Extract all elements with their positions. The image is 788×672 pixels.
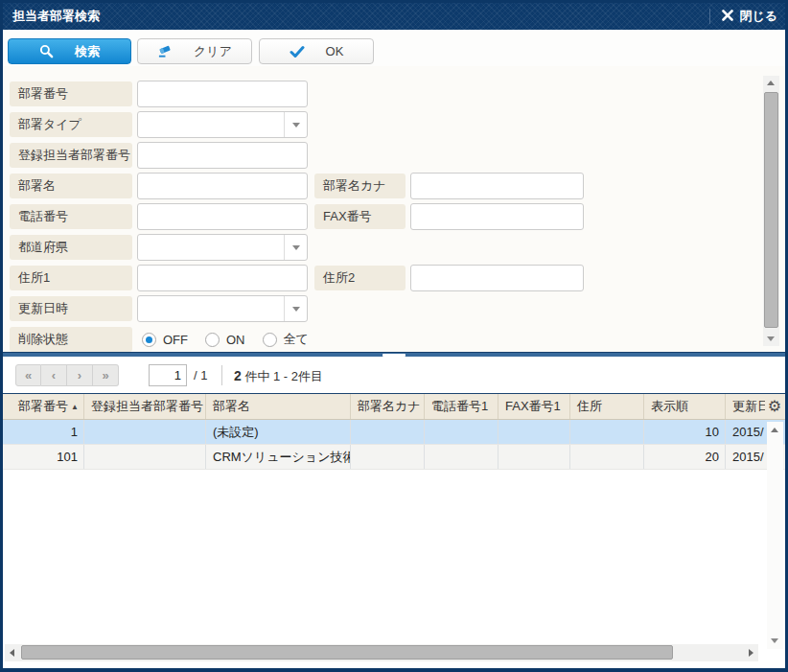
prefecture-select[interactable] <box>137 234 308 261</box>
fax-label: FAX番号 <box>314 204 406 229</box>
delete-status-radio-group: OFF ON 全て <box>142 327 326 352</box>
phone-input[interactable] <box>137 203 308 230</box>
scroll-up-icon[interactable] <box>767 81 775 85</box>
fax-input[interactable] <box>410 203 584 230</box>
close-button[interactable]: 閉じる <box>722 8 777 25</box>
column-header-dept-name-kana[interactable]: 部署名カナ <box>351 394 425 419</box>
record-count-suffix: 件中 1 - 2件目 <box>242 369 323 383</box>
radio-dot-icon <box>205 333 220 347</box>
address2-input[interactable] <box>410 265 584 291</box>
cell-fax1 <box>498 420 570 444</box>
dept-name-kana-label: 部署名カナ <box>314 174 406 198</box>
close-label: 閉じる <box>739 8 777 25</box>
prev-page-button[interactable]: ‹ <box>41 364 67 386</box>
radio-dot-icon <box>263 333 277 347</box>
search-criteria-form: 部署番号 部署タイプ 登録担当者部署番号 部署名 部署名カナ 電話番号 FAX番… <box>3 66 785 352</box>
address1-input[interactable] <box>137 265 308 291</box>
dialog-title: 担当者部署検索 <box>12 8 100 25</box>
reg-dept-no-label: 登録担当者部署番号 <box>10 143 132 168</box>
pager: « ‹ › » / 1 2 件中 1 - 2件目 <box>3 357 785 393</box>
dept-type-select[interactable] <box>137 111 308 138</box>
cell-dept-name: CRMソリューション技術部 <box>206 445 351 469</box>
column-header-address[interactable]: 住所 <box>570 394 644 419</box>
column-header-dept-no[interactable]: 部署番号▲ <box>3 394 84 419</box>
next-page-button[interactable]: › <box>67 364 93 386</box>
chevron-down-icon <box>284 296 307 321</box>
clear-button-label: クリア <box>194 43 232 60</box>
chevron-down-icon <box>284 235 307 260</box>
cell-phone1 <box>425 445 498 469</box>
ok-button-label: OK <box>326 44 344 58</box>
dept-no-input[interactable] <box>137 81 308 107</box>
prefecture-label: 都道府県 <box>10 235 132 260</box>
column-header-dept-name[interactable]: 部署名 <box>206 394 351 419</box>
cell-reg-dept-no <box>84 420 206 444</box>
scroll-down-icon[interactable] <box>771 638 778 643</box>
cell-fax1 <box>498 445 570 469</box>
scroll-right-icon[interactable] <box>749 649 753 657</box>
form-scrollbar[interactable] <box>763 76 779 346</box>
scroll-up-icon[interactable] <box>771 428 778 432</box>
table-scrollbar-vertical[interactable] <box>767 422 783 649</box>
cell-address <box>570 445 644 469</box>
h-scrollbar-thumb[interactable] <box>21 645 673 660</box>
ok-button[interactable]: OK <box>259 38 374 64</box>
first-page-button[interactable]: « <box>15 364 41 386</box>
radio-off[interactable]: OFF <box>142 333 188 347</box>
page-number-input[interactable] <box>149 364 187 386</box>
cell-dept-no: 101 <box>3 445 84 469</box>
radio-all[interactable]: 全て <box>263 331 309 348</box>
pager-separator <box>221 365 222 385</box>
grid-header: 部署番号▲ 登録担当者部署番号 部署名 部署名カナ 電話番号1 FAX番号1 住… <box>3 394 785 420</box>
table-scrollbar-horizontal[interactable] <box>5 644 758 661</box>
phone-label: 電話番号 <box>10 204 132 229</box>
cell-phone1 <box>425 420 498 444</box>
results-grid: 部署番号▲ 登録担当者部署番号 部署名 部署名カナ 電話番号1 FAX番号1 住… <box>3 393 785 668</box>
updated-select[interactable] <box>137 295 308 322</box>
radio-all-label: 全て <box>284 331 309 348</box>
page-total-label: / 1 <box>194 368 207 382</box>
chevron-down-icon <box>284 112 307 137</box>
dept-type-label: 部署タイプ <box>10 112 132 137</box>
eraser-icon <box>157 44 173 58</box>
cell-dept-name-kana <box>351 420 425 444</box>
column-header-phone1[interactable]: 電話番号1 <box>425 394 498 419</box>
close-icon <box>722 10 739 24</box>
address2-label: 住所2 <box>314 266 406 290</box>
table-row[interactable]: 1 (未設定) 10 2015/ <box>3 420 785 445</box>
cell-dept-no: 1 <box>3 420 84 444</box>
column-header-display-order[interactable]: 表示順 <box>644 394 726 419</box>
search-button[interactable]: 検索 <box>8 38 131 64</box>
column-header-fax1[interactable]: FAX番号1 <box>498 394 570 419</box>
updated-label: 更新日時 <box>10 296 132 321</box>
table-row[interactable]: 101 CRMソリューション技術部 20 2015/ <box>3 445 785 470</box>
cell-address <box>570 420 644 444</box>
toolbar: 検索 クリア OK <box>3 30 785 66</box>
cell-reg-dept-no <box>84 445 206 469</box>
search-button-label: 検索 <box>75 43 100 60</box>
dept-name-kana-input[interactable] <box>410 173 584 199</box>
delete-status-label: 削除状態 <box>10 327 132 352</box>
department-search-dialog: 担当者部署検索 閉じる 検索 クリア <box>0 0 788 672</box>
dept-name-input[interactable] <box>137 173 308 199</box>
titlebar: 担当者部署検索 閉じる <box>3 3 785 30</box>
last-page-button[interactable]: » <box>93 364 119 386</box>
radio-off-label: OFF <box>163 333 188 347</box>
scroll-left-icon[interactable] <box>10 649 14 657</box>
form-scrollbar-thumb[interactable] <box>764 92 778 328</box>
dept-no-label: 部署番号 <box>10 81 132 106</box>
titlebar-separator <box>709 9 710 24</box>
gear-icon[interactable]: ⚙ <box>765 397 784 416</box>
record-count-label: 2 件中 1 - 2件目 <box>234 368 323 385</box>
address1-label: 住所1 <box>10 266 132 290</box>
column-header-reg-dept-no[interactable]: 登録担当者部署番号 <box>84 394 206 419</box>
cell-dept-name-kana <box>351 445 425 469</box>
dept-name-label: 部署名 <box>10 174 132 198</box>
clear-button[interactable]: クリア <box>137 38 252 64</box>
radio-on-label: ON <box>226 333 245 347</box>
scroll-down-icon[interactable] <box>767 336 775 341</box>
radio-dot-icon <box>142 333 156 347</box>
cell-display-order: 10 <box>644 420 726 444</box>
radio-on[interactable]: ON <box>205 333 245 347</box>
reg-dept-no-input[interactable] <box>137 142 308 169</box>
